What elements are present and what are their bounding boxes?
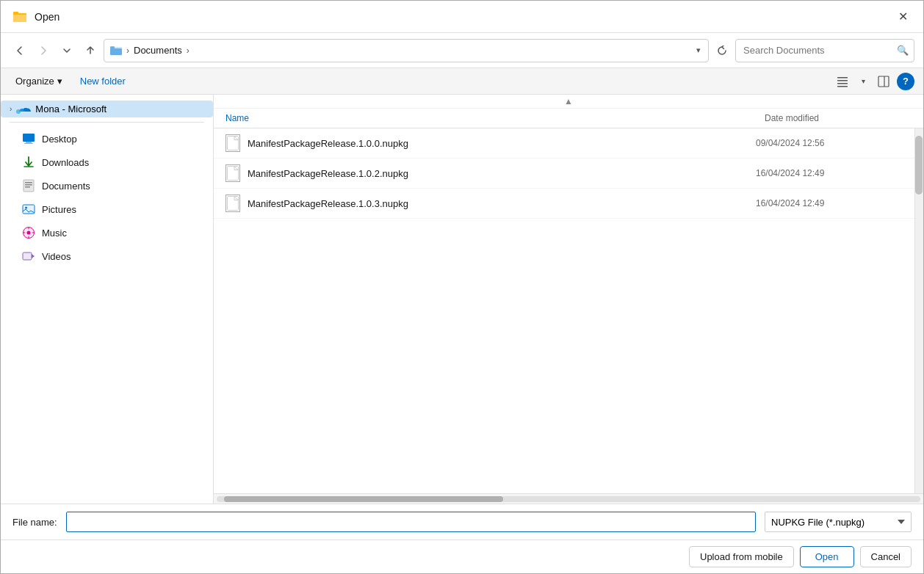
svg-rect-1 — [13, 15, 26, 22]
breadcrumb-separator-2: › — [187, 46, 190, 56]
scroll-up-arrow-icon[interactable]: ▲ — [564, 96, 573, 106]
app-icon — [12, 10, 27, 24]
search-container: 🔍 — [735, 39, 914, 62]
svg-marker-27 — [32, 254, 35, 258]
column-headers: Name Date modified — [214, 109, 923, 128]
sidebar-item-desktop[interactable]: Desktop 📌 — [1, 127, 213, 150]
breadcrumb-separator-1: › — [126, 46, 129, 56]
file-row[interactable]: ManifestPackageRelease.1.0.2.nupkg 16/04… — [214, 159, 914, 189]
new-folder-button[interactable]: New folder — [74, 73, 131, 90]
file-type-select[interactable]: NUPKG File (*.nupkg) All Files (*.*) — [765, 512, 912, 532]
sidebar-divider-1 — [10, 122, 204, 123]
file-name-bar: File name: NUPKG File (*.nupkg) All File… — [1, 504, 923, 540]
forward-button[interactable] — [33, 40, 54, 61]
sidebar-documents-label: Documents — [42, 181, 188, 192]
sidebar-videos-label: Videos — [42, 251, 188, 262]
sidebar: › Mona - Microsoft Deskt — [1, 95, 214, 504]
horizontal-scroll-thumb[interactable] — [224, 496, 503, 502]
upload-mobile-button[interactable]: Upload from mobile — [689, 546, 794, 567]
svg-rect-8 — [837, 83, 848, 84]
svg-rect-7 — [837, 80, 848, 81]
file-date-3: 16/04/2024 12:49 — [756, 198, 903, 208]
cancel-button[interactable]: Cancel — [860, 546, 912, 567]
sidebar-pictures-label: Pictures — [42, 204, 188, 215]
file-row[interactable]: ManifestPackageRelease.1.0.3.nupkg 16/04… — [214, 189, 914, 219]
music-icon — [21, 225, 36, 240]
file-list: ManifestPackageRelease.1.0.0.nupkg 09/04… — [214, 128, 914, 493]
svg-rect-18 — [25, 182, 32, 184]
open-dialog: Open ✕ › Documents › ▾ — [0, 0, 924, 574]
action-buttons-row: Upload from mobile Open Cancel — [1, 540, 923, 573]
svg-point-23 — [25, 207, 27, 209]
close-button[interactable]: ✕ — [891, 5, 914, 29]
sidebar-item-downloads[interactable]: Downloads 📌 — [1, 150, 213, 174]
file-name-field-label: File name: — [12, 517, 57, 528]
file-icon-3 — [225, 195, 240, 212]
file-row[interactable]: ManifestPackageRelease.1.0.0.nupkg 09/04… — [214, 128, 914, 159]
up-button[interactable] — [80, 40, 101, 61]
scroll-up-indicator[interactable]: ▲ — [214, 95, 923, 109]
svg-rect-10 — [878, 76, 889, 87]
organize-button[interactable]: Organize ▾ — [10, 73, 68, 90]
file-area: ▲ Name Date modified — [214, 95, 923, 504]
sidebar-onedrive-section[interactable]: › Mona - Microsoft — [1, 101, 213, 117]
svg-rect-19 — [25, 184, 32, 186]
svg-rect-6 — [837, 77, 848, 79]
help-button[interactable]: ? — [897, 73, 914, 90]
svg-rect-26 — [23, 253, 32, 260]
desktop-icon — [21, 131, 36, 146]
preview-pane-button[interactable] — [873, 71, 894, 92]
file-name-3: ManifestPackageRelease.1.0.3.nupkg — [248, 198, 748, 209]
breadcrumb-item-documents[interactable]: Documents — [134, 45, 182, 56]
horizontal-scroll-area — [214, 493, 923, 504]
videos-icon — [21, 249, 36, 264]
sidebar-item-pictures[interactable]: Pictures 📌 — [1, 197, 213, 221]
file-name-2: ManifestPackageRelease.1.0.2.nupkg — [248, 168, 748, 179]
file-date-2: 16/04/2024 12:49 — [756, 168, 903, 178]
search-input[interactable] — [735, 39, 914, 62]
documents-sidebar-icon — [21, 178, 36, 193]
main-content: › Mona - Microsoft Deskt — [1, 95, 923, 504]
sidebar-desktop-label: Desktop — [42, 134, 188, 145]
svg-rect-4 — [110, 48, 122, 55]
svg-point-25 — [27, 231, 31, 235]
svg-rect-9 — [837, 86, 848, 87]
file-icon-2 — [225, 164, 240, 182]
svg-rect-14 — [26, 142, 32, 143]
file-name-input[interactable] — [66, 512, 756, 532]
open-button[interactable]: Open — [800, 546, 854, 567]
title-bar-left: Open — [12, 10, 59, 24]
svg-point-12 — [16, 109, 21, 114]
onedrive-icon — [16, 104, 31, 115]
svg-rect-15 — [24, 143, 33, 144]
view-mode-button[interactable] — [832, 71, 853, 92]
horizontal-scroll-track[interactable] — [217, 496, 920, 502]
svg-rect-5 — [110, 46, 115, 48]
scrollbar-thumb[interactable] — [915, 136, 923, 195]
svg-rect-20 — [25, 186, 30, 188]
back-button[interactable] — [10, 40, 30, 61]
file-icon-1 — [225, 134, 240, 152]
file-date-1: 09/04/2024 12:56 — [756, 138, 903, 148]
title-bar: Open ✕ — [1, 1, 923, 33]
sidebar-item-videos[interactable]: Videos 📌 — [1, 244, 213, 268]
sidebar-item-documents[interactable]: Documents 📌 — [1, 174, 213, 197]
refresh-button[interactable] — [712, 40, 732, 61]
view-dropdown-button[interactable]: ▾ — [856, 71, 870, 92]
downloads-icon — [21, 155, 36, 170]
address-bar[interactable]: › Documents › ▾ — [104, 39, 709, 62]
column-date-header[interactable]: Date modified — [765, 113, 912, 123]
svg-rect-13 — [23, 134, 35, 142]
organize-chevron-icon: ▾ — [57, 76, 62, 87]
folder-icon — [110, 45, 122, 57]
svg-rect-2 — [13, 12, 18, 15]
sidebar-item-music[interactable]: Music 📌 — [1, 221, 213, 244]
vertical-scrollbar[interactable] — [914, 128, 923, 493]
pictures-icon — [21, 202, 36, 217]
column-name-header[interactable]: Name — [225, 113, 765, 123]
command-toolbar: Organize ▾ New folder ▾ ? — [1, 68, 923, 95]
view-controls: ▾ ? — [832, 71, 914, 92]
recent-button[interactable] — [57, 40, 77, 61]
svg-rect-17 — [24, 180, 34, 192]
address-dropdown-button[interactable]: ▾ — [695, 44, 702, 57]
